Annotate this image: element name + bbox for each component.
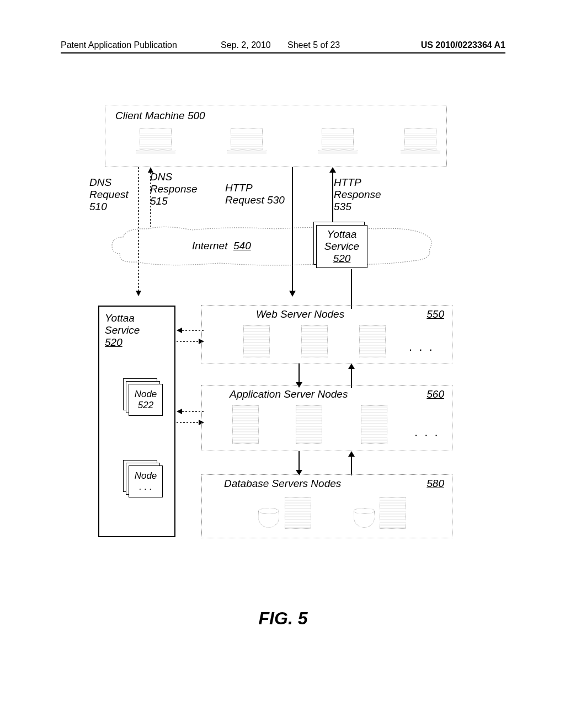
database-icon xyxy=(354,508,375,530)
internet-label: Internet 540 xyxy=(192,240,251,252)
laptop-icon xyxy=(227,129,266,159)
arrow-down-icon xyxy=(295,363,303,388)
app-server-nodes-box: Application Server Nodes 560 . . . xyxy=(201,385,452,451)
server-icon xyxy=(243,325,270,357)
svg-marker-10 xyxy=(177,328,182,333)
svg-marker-1 xyxy=(136,291,141,296)
yottaa-service-sidebar: Yottaa Service 520 Node 522 Node . . . xyxy=(98,306,175,537)
arrow-right-icon xyxy=(177,419,204,426)
arrow-up-icon xyxy=(329,167,337,227)
laptop-icon xyxy=(401,129,440,159)
arrow-up-icon xyxy=(147,167,154,227)
server-icon xyxy=(232,405,259,444)
svg-marker-20 xyxy=(348,363,355,369)
node-stack: Node . . . xyxy=(121,460,161,499)
server-icon xyxy=(380,497,406,529)
dns-response-label: DNS Response 515 xyxy=(150,171,205,207)
svg-marker-14 xyxy=(177,409,182,414)
cloud-icon xyxy=(109,223,435,269)
arrow-down-icon xyxy=(295,451,303,475)
client-machine-box: Client Machine 500 xyxy=(105,105,447,167)
page-header: Patent Application Publication Sep. 2, 2… xyxy=(61,40,505,53)
figure-diagram: Client Machine 500 DNS Request 510 DNS R… xyxy=(105,105,463,546)
web-server-label: Web Server Nodes xyxy=(256,308,344,320)
server-icon xyxy=(296,405,322,444)
db-server-nodes-box: Database Servers Nodes 580 xyxy=(201,474,452,538)
http-request-label: HTTP Request 530 xyxy=(225,182,291,206)
dns-request-label: DNS Request 510 xyxy=(89,176,139,213)
node-label: Node 522 xyxy=(129,384,163,416)
arrow-right-icon xyxy=(177,338,204,345)
arrow-up-icon xyxy=(348,363,355,388)
yottaa-service-box: Yottaa Service 520 xyxy=(316,225,367,268)
arrow-line xyxy=(348,269,355,309)
http-response-label: HTTP Response 535 xyxy=(334,176,400,213)
app-server-num: 560 xyxy=(427,388,444,400)
server-icon xyxy=(361,405,387,444)
node-stack: Node 522 xyxy=(121,378,161,417)
client-machine-label: Client Machine 500 xyxy=(115,110,205,122)
arrow-up-icon xyxy=(348,451,355,475)
publication-label: Patent Application Publication xyxy=(61,40,177,50)
arrow-left-icon xyxy=(177,327,204,334)
svg-marker-24 xyxy=(348,451,355,457)
internet-cloud: Internet 540 Yottaa Service 520 xyxy=(109,223,435,269)
database-icon xyxy=(258,508,279,530)
node-more-label: Node . . . xyxy=(129,465,163,497)
arrow-left-icon xyxy=(177,408,204,415)
application-number: US 2010/0223364 A1 xyxy=(421,40,505,50)
laptop-icon xyxy=(136,129,175,159)
ellipsis: . . . xyxy=(414,425,440,440)
server-icon xyxy=(301,325,328,357)
yottaa-side-label: Yottaa Service 520 xyxy=(105,312,169,349)
db-server-num: 580 xyxy=(427,478,444,490)
web-server-num: 550 xyxy=(427,308,444,320)
server-icon xyxy=(359,325,386,357)
figure-caption: FIG. 5 xyxy=(61,608,505,629)
svg-marker-3 xyxy=(148,167,153,173)
web-server-nodes-box: Web Server Nodes 550 . . . xyxy=(201,305,452,363)
app-server-label: Application Server Nodes xyxy=(230,388,348,400)
laptop-icon xyxy=(318,129,358,159)
server-icon xyxy=(285,497,311,529)
svg-marker-7 xyxy=(329,167,336,173)
sheet-number: Sheet 5 of 23 xyxy=(287,40,340,50)
ellipsis: . . . xyxy=(409,340,434,354)
db-server-label: Database Servers Nodes xyxy=(224,478,341,490)
publication-date: Sep. 2, 2010 xyxy=(221,40,271,50)
svg-marker-5 xyxy=(289,291,296,297)
